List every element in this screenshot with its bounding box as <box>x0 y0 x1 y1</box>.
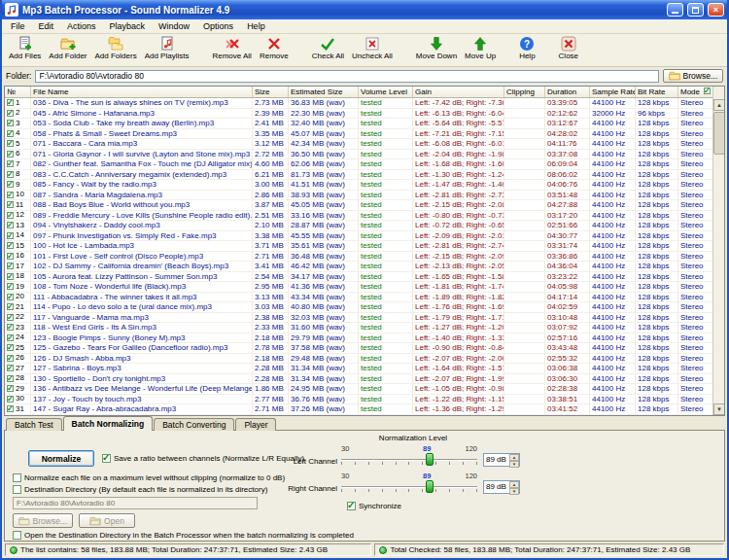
row-checkbox[interactable] <box>7 405 14 412</box>
column-header-name[interactable]: File Name <box>31 87 253 97</box>
right-level-spinner[interactable]: 89 dB ▲▼ <box>483 480 520 494</box>
row-checkbox[interactable] <box>7 181 14 188</box>
table-row[interactable]: 1036 - Diva - The sun is always shines o… <box>5 98 712 109</box>
spinner-up-icon[interactable]: ▲ <box>509 454 519 461</box>
scrollbar-thumb[interactable] <box>713 112 725 155</box>
column-header-clip[interactable]: Clipping <box>504 87 545 97</box>
table-row[interactable]: 9085 - Fancy - Wait by the radio.mp33.00… <box>5 180 712 191</box>
table-row[interactable]: 12089 - Freddie Mercury - Love Kills (Su… <box>5 211 712 222</box>
table-row[interactable]: 24123 - Boogie Pimps - Sunny (Boney M).m… <box>5 333 712 344</box>
row-checkbox[interactable] <box>7 160 14 167</box>
tab-batch-test[interactable]: Batch Test <box>6 418 62 431</box>
header-checkbox[interactable] <box>704 88 711 94</box>
table-row[interactable]: 11088 - Bad Boys Blue - World without yo… <box>5 200 712 211</box>
row-checkbox[interactable] <box>7 385 14 392</box>
row-checkbox[interactable] <box>7 171 14 178</box>
left-level-spinner[interactable]: 89 dB ▲▼ <box>483 453 520 467</box>
table-row[interactable]: 25125 - Gazebo - Tears For Galileo (Danc… <box>5 343 712 354</box>
browse-button[interactable]: Browse... <box>663 69 723 83</box>
table-row[interactable]: 19108 - Tom Noze - Wonderful life (Black… <box>5 282 712 293</box>
maximize-button[interactable] <box>687 3 704 17</box>
row-checkbox[interactable] <box>7 222 14 228</box>
scroll-down-icon[interactable]: ▼ <box>713 403 725 415</box>
tab-player[interactable]: Player <box>235 418 276 431</box>
dest-dir-checkbox[interactable] <box>13 485 21 494</box>
table-row[interactable]: 30137 - Joy - Touch by touch.mp32.77 MB3… <box>5 395 712 405</box>
table-row[interactable]: 16101 - First Love - Self control (Disco… <box>5 252 712 262</box>
row-checkbox[interactable] <box>7 324 14 331</box>
row-checkbox[interactable] <box>7 334 14 341</box>
close-button[interactable]: × <box>708 3 724 17</box>
toolbar-add-folder-button[interactable]: Add Folder <box>45 35 90 60</box>
dest-path-input[interactable] <box>13 497 258 509</box>
column-header-num[interactable]: № <box>5 87 31 97</box>
table-row[interactable]: 3053 - Soda Club - Take my breath away (… <box>5 119 712 129</box>
dest-browse-button[interactable]: Browse... <box>13 513 73 528</box>
table-row[interactable]: 23118 - West End Girls - Its A Sin.mp32.… <box>5 323 712 333</box>
synchronize-checkbox[interactable] <box>347 502 356 510</box>
row-checkbox[interactable] <box>7 303 14 310</box>
toolbar-add-files-button[interactable]: Add Files <box>5 35 45 60</box>
toolbar-close-button[interactable]: Close <box>555 35 582 60</box>
row-checkbox[interactable] <box>7 192 14 198</box>
row-checkbox[interactable] <box>7 140 14 147</box>
menu-actions[interactable]: Actions <box>60 21 103 31</box>
table-row[interactable]: 27127 - Sabrina - Boys.mp32.28 MB31.34 M… <box>5 364 712 374</box>
menu-options[interactable]: Options <box>196 21 240 31</box>
row-checkbox[interactable] <box>7 99 14 106</box>
table-row[interactable]: 17102 - DJ Sammy - California dreamin' (… <box>5 262 712 272</box>
column-header-rate[interactable]: Sample Rate <box>590 87 636 97</box>
row-checkbox[interactable] <box>7 283 14 290</box>
save-ratio-checkbox[interactable] <box>102 454 111 463</box>
row-checkbox[interactable] <box>7 120 14 126</box>
right-channel-slider[interactable] <box>341 480 477 494</box>
left-slider-thumb[interactable] <box>426 453 434 466</box>
row-checkbox[interactable] <box>7 110 14 117</box>
toolbar-uncheck-all-button[interactable]: Uncheck All <box>348 35 397 60</box>
row-checkbox[interactable] <box>7 201 14 208</box>
table-row[interactable]: 8083 - C.C.Catch - Anniversary megamix (… <box>5 170 712 181</box>
open-dest-checkbox[interactable] <box>13 531 21 540</box>
menu-file[interactable]: File <box>4 21 32 31</box>
row-checkbox[interactable] <box>7 232 14 239</box>
table-row[interactable]: 18105 - Aurora feat. Lizzy Pattinson - S… <box>5 272 712 283</box>
row-checkbox[interactable] <box>7 294 14 300</box>
toolbar-help-button[interactable]: ?Help <box>515 35 538 60</box>
table-row[interactable]: 21114 - Pupo - Lo devo solo a te (ural d… <box>5 302 712 313</box>
toolbar-add-playlists-button[interactable]: Add Playlists <box>141 35 193 60</box>
row-checkbox[interactable] <box>7 314 14 321</box>
spinner-up-icon[interactable]: ▲ <box>509 481 519 488</box>
toolbar-check-all-button[interactable]: Check All <box>308 35 348 60</box>
left-channel-slider[interactable] <box>341 453 477 467</box>
menu-edit[interactable]: Edit <box>32 21 61 31</box>
table-row[interactable]: 4058 - Phats & Small - Sweet Dreams.mp33… <box>5 129 712 140</box>
minimize-button[interactable] <box>667 3 683 17</box>
column-header-gain[interactable]: Gain <box>413 87 504 97</box>
toolbar-move-up-button[interactable]: Move Up <box>461 35 500 60</box>
spinner-down-icon[interactable]: ▼ <box>509 461 519 468</box>
table-row[interactable]: 28130 - Sportiello - Don't cry tonight.m… <box>5 374 712 385</box>
max-level-checkbox[interactable] <box>13 473 21 482</box>
table-row[interactable]: 29136 - Antibazz vs Dee Melange - Wonder… <box>5 384 712 395</box>
menu-window[interactable]: Window <box>152 21 196 31</box>
row-checkbox[interactable] <box>7 365 14 371</box>
menu-playback[interactable]: Playback <box>103 21 153 31</box>
toolbar-move-down-button[interactable]: Move Down <box>412 35 461 60</box>
toolbar-remove-button[interactable]: Remove <box>256 35 293 60</box>
row-checkbox[interactable] <box>7 344 14 351</box>
table-row[interactable]: 20111 - Abbacadabra - The winner takes i… <box>5 293 712 303</box>
column-header-dur[interactable]: Duration <box>545 87 590 97</box>
row-checkbox[interactable] <box>7 355 14 362</box>
toolbar-add-folders-button[interactable]: Add Folders <box>91 35 141 60</box>
tab-batch-normalizing[interactable]: Batch Normalizing <box>63 416 154 431</box>
table-row[interactable]: 26126 - DJ Smash - Abba.mp32.18 MB29.48 … <box>5 354 712 365</box>
row-checkbox[interactable] <box>7 130 14 137</box>
column-header-mode[interactable]: Mode <box>678 87 706 97</box>
table-row[interactable]: 7082 - Gunther feat. Samantha Fox - Touc… <box>5 159 712 170</box>
menu-help[interactable]: Help <box>240 21 272 31</box>
table-row[interactable]: 2045 - Afric Simone - Hafanana.mp32.39 M… <box>5 109 712 120</box>
row-checkbox[interactable] <box>7 242 14 249</box>
table-row[interactable]: 13094 - Vinylshakerz - Daddy cool.mp32.1… <box>5 221 712 231</box>
column-header-bit[interactable]: Bit Rate <box>636 87 678 97</box>
table-row[interactable]: 22117 - Vanguarde - Mama ma.mp32.38 MB32… <box>5 313 712 324</box>
